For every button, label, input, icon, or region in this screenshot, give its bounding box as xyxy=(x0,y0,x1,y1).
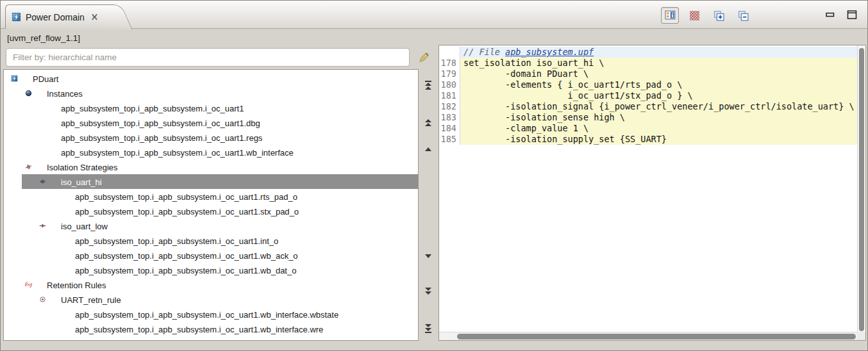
tree-item[interactable]: Retention Rules xyxy=(4,277,418,292)
line-number: 184 xyxy=(439,123,460,134)
tree-item-label: UART_retn_rule xyxy=(61,295,121,305)
expand-all-button[interactable] xyxy=(710,7,728,24)
tree-item[interactable]: apb_subsystem_top.i_apb_subsystem.i_oc_u… xyxy=(4,322,418,336)
page-down-icon[interactable] xyxy=(423,286,435,297)
code-line: 182 -isolation_signal {i_power_ctrl_vene… xyxy=(439,101,857,112)
page-up-icon[interactable] xyxy=(423,117,435,127)
tree-item[interactable]: apb_subsystem_top.i_apb_subsystem.i_oc_u… xyxy=(4,263,418,277)
file-comment: // File xyxy=(463,47,505,57)
line-number: 185 xyxy=(439,134,460,145)
tree-item[interactable]: apb_subsystem_top.i_apb_subsystem.i_oc_u… xyxy=(4,233,418,248)
tree-item-label: apb_subsystem_top.i_apb_subsystem.i_oc_u… xyxy=(75,265,296,275)
line-text: -isolation_sense high \ xyxy=(460,112,857,123)
tree-item-icon xyxy=(33,280,44,290)
line-text: -isolation_signal {i_power_ctrl_veneer/i… xyxy=(460,101,857,112)
tree-item[interactable]: iso_uart_hi xyxy=(4,174,418,189)
expander-icon[interactable] xyxy=(23,90,33,97)
tree-item-label: apb_subsystem_top.i_apb_subsystem.i_oc_u… xyxy=(75,309,338,320)
line-number: 183 xyxy=(439,112,460,123)
tree-item-label: Instances xyxy=(47,88,83,99)
tree-item[interactable]: apb_subsystem_top.i_apb_subsystem.i_oc_u… xyxy=(4,204,418,218)
expander-icon[interactable] xyxy=(37,178,47,185)
tree-item-icon xyxy=(47,147,58,158)
tree-item-icon xyxy=(47,295,58,305)
tree-item[interactable]: apb_subsystem_top.i_apb_subsystem.i_oc_u… xyxy=(4,248,418,263)
maximize-view-button[interactable] xyxy=(846,8,858,21)
tree-item-label: apb_subsystem_top.i_apb_subsystem.i_oc_u… xyxy=(61,118,260,128)
expander-icon[interactable] xyxy=(23,163,33,170)
code-lines: 178 set_isolation iso_uart_hi \ 179 -dom… xyxy=(439,58,857,145)
expander-icon[interactable] xyxy=(37,296,47,303)
collapse-all-button[interactable] xyxy=(734,7,752,24)
tree-item-icon xyxy=(62,236,72,246)
minimize-view-button[interactable] xyxy=(824,8,837,21)
scroll-up-icon[interactable] xyxy=(423,144,435,154)
code-line: 184 -clamp_value 1 \ xyxy=(439,123,857,134)
tree-item-icon xyxy=(62,324,72,334)
tree-item-icon xyxy=(19,74,30,84)
power-domain-tree: PDuart Instances apb_subsystem_top.i_apb… xyxy=(3,69,419,341)
line-text: -clamp_value 1 \ xyxy=(460,123,857,134)
tree-item[interactable]: apb_subsystem_top.i_apb_subsystem.i_oc_u… xyxy=(4,101,418,115)
filter-input[interactable] xyxy=(6,48,410,67)
window-buttons xyxy=(824,8,858,21)
scroll-down-icon[interactable] xyxy=(423,251,435,261)
vertical-scrollbar-thumb[interactable] xyxy=(859,48,864,331)
tree-item-icon xyxy=(62,206,72,216)
line-number: 179 xyxy=(439,69,460,79)
code-line: 179 -domain PDuart \ xyxy=(439,69,857,79)
scrollbar-corner xyxy=(857,332,865,340)
tree-item[interactable]: apb_subsystem_top.i_apb_subsystem.i_oc_u… xyxy=(4,115,418,130)
tree-item-label: Isolation Strategies xyxy=(47,162,118,172)
tab-power-domain[interactable]: Power Domain xyxy=(5,4,109,29)
tree-item-icon xyxy=(47,133,58,143)
expander-icon[interactable] xyxy=(23,281,33,288)
tree-item-label: apb_subsystem_top.i_apb_subsystem.i_oc_u… xyxy=(75,250,298,261)
line-text: -elements { i_oc_uart1/rts_pad_o \ xyxy=(460,79,857,90)
tree-item-label: apb_subsystem_top.i_apb_subsystem.i_oc_u… xyxy=(75,192,297,202)
tree-item-icon xyxy=(62,250,72,261)
code-line: 178 set_isolation iso_uart_hi \ xyxy=(439,58,857,69)
tree-item-icon xyxy=(33,88,44,99)
tree-item-icon xyxy=(62,265,72,275)
tree-item[interactable]: PDuart xyxy=(4,71,418,86)
horizontal-scrollbar[interactable] xyxy=(439,332,857,340)
tree-item[interactable]: Isolation Strategies xyxy=(4,159,418,174)
line-number: 178 xyxy=(439,58,460,69)
vertical-scrollbar[interactable] xyxy=(857,45,865,332)
tree-item-label: apb_subsystem_top.i_apb_subsystem.i_oc_u… xyxy=(75,206,299,216)
line-number: 181 xyxy=(439,90,460,101)
pattern-filter-button[interactable] xyxy=(685,7,703,24)
scroll-to-top-icon[interactable] xyxy=(423,80,435,90)
scroll-to-bottom-icon[interactable] xyxy=(423,323,435,334)
tree-item[interactable]: Instances xyxy=(4,86,418,101)
upf-source-panel: // File apb_subsystem.upf 178 set_isolat… xyxy=(438,45,866,341)
expander-icon[interactable] xyxy=(9,75,19,82)
tree-item[interactable]: apb_subsystem_top.i_apb_subsystem.i_oc_u… xyxy=(4,130,418,145)
tree-item-label: apb_subsystem_top.i_apb_subsystem.i_oc_u… xyxy=(61,103,244,113)
tree-item-label: iso_uart_hi xyxy=(61,177,102,187)
tree-item[interactable]: apb_subsystem_top.i_apb_subsystem.i_oc_u… xyxy=(4,145,418,159)
code-line: 185 -isolation_supply_set {SS_UART} xyxy=(439,134,857,145)
tree-item-label: iso_uart_low xyxy=(61,221,108,231)
tree-item[interactable]: iso_uart_low xyxy=(4,218,418,233)
code-header-line: // File apb_subsystem.upf xyxy=(439,47,857,58)
code-area: // File apb_subsystem.upf 178 set_isolat… xyxy=(439,45,857,332)
close-icon[interactable] xyxy=(90,13,99,21)
code-line: 183 -isolation_sense high \ xyxy=(439,112,857,123)
tree-item-icon xyxy=(33,162,44,172)
file-link[interactable]: apb_subsystem.upf xyxy=(505,47,594,57)
toggle-details-view-button[interactable] xyxy=(661,7,679,24)
tree-item-icon xyxy=(47,221,58,231)
line-text: i_oc_uart1/stx_pad_o } \ xyxy=(460,90,857,101)
tree-item-label: apb_subsystem_top.i_apb_subsystem.i_oc_u… xyxy=(75,324,323,334)
tab-bar: Power Domain xyxy=(1,1,867,29)
tree-item-label: Retention Rules xyxy=(47,280,106,290)
horizontal-scrollbar-thumb[interactable] xyxy=(457,334,856,339)
tree-item[interactable]: apb_subsystem_top.i_apb_subsystem.i_oc_u… xyxy=(4,307,418,322)
scope-label: [uvm_ref_flow_1.1] xyxy=(7,33,80,43)
tree-item[interactable]: UART_retn_rule xyxy=(4,292,418,307)
tree-item[interactable]: apb_subsystem_top.i_apb_subsystem.i_oc_u… xyxy=(4,189,418,204)
expander-icon[interactable] xyxy=(37,222,47,229)
tree-item-icon xyxy=(62,309,72,320)
